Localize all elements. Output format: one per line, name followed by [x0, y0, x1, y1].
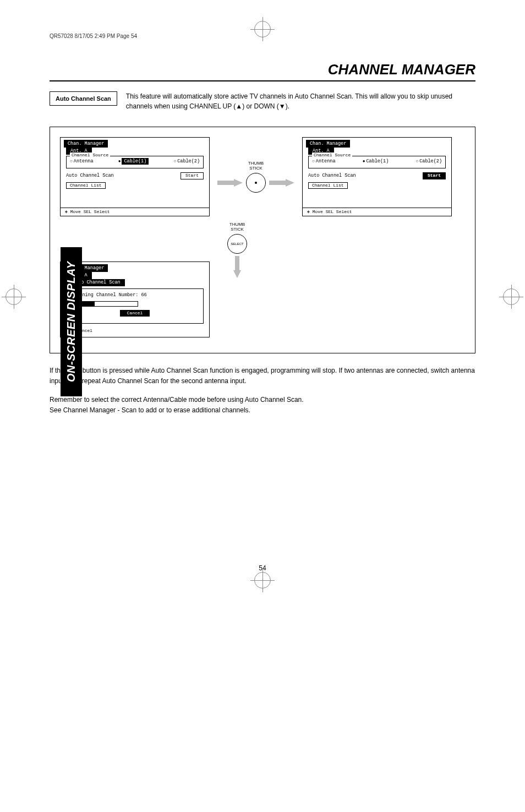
menu-panel-3: Chan. Manager Ant. A Auto Channel Scan S…	[60, 261, 210, 337]
menu1-antenna: Antenna	[70, 159, 94, 165]
menu2-cable1: Cable(1)	[363, 159, 389, 165]
arrow-right-icon	[217, 179, 243, 187]
crop-mark-right	[503, 288, 519, 305]
svg-marker-0	[217, 179, 243, 187]
thumbstick-step: THUMB STICK	[217, 161, 294, 193]
menu1-start-button: Start	[181, 172, 204, 179]
svg-marker-1	[269, 179, 294, 187]
menu2-channel-list: Channel List	[308, 182, 348, 189]
menu3-footer: SEL Cancel	[61, 327, 209, 337]
intro-text: This feature will automatically store ac…	[126, 91, 475, 111]
menu2-start-button-highlighted: Start	[423, 172, 446, 179]
crop-mark-left	[6, 288, 22, 305]
menu1-auto-scan-label: Auto Channel Scan	[66, 173, 114, 179]
menu1-legend: Channel Source	[70, 152, 110, 158]
select-button-icon: SELECT	[227, 234, 247, 254]
menu1-cable2: Cable(2)	[173, 159, 200, 165]
arrow-right-icon	[269, 179, 294, 187]
select-step: THUMB STICK SELECT	[227, 222, 247, 278]
crop-mark-top	[254, 21, 271, 37]
menu2-auto-scan-label: Auto Channel Scan	[308, 173, 356, 179]
menu2-title: Chan. Manager	[306, 140, 350, 148]
crop-mark-bottom	[254, 572, 271, 588]
menu1-title: Chan. Manager	[64, 140, 108, 148]
diagram-container: Chan. Manager Ant. A Channel Source Ante…	[50, 127, 475, 353]
sidebar-tab: ON-SCREEN DISPLAY	[61, 247, 82, 396]
thumbstick-button-icon	[246, 173, 266, 193]
menu2-footer: ✥ Move SEL Select	[303, 208, 451, 216]
menu2-legend: Channel Source	[312, 152, 352, 158]
paragraph-1: If the EXIT button is pressed while Auto…	[50, 366, 475, 386]
thumbstick-label-2: THUMB STICK	[229, 222, 245, 232]
page-title: CHANNEL MANAGER	[50, 61, 475, 81]
menu1-footer: ✥ Move SEL Select	[61, 208, 209, 216]
menu1-channel-list: Channel List	[66, 182, 106, 189]
section-label: Auto Channel Scan	[50, 91, 117, 106]
arrow-down-icon	[233, 256, 241, 278]
menu-panel-1: Chan. Manager Ant. A Channel Source Ante…	[60, 137, 210, 216]
menu2-cable2: Cable(2)	[415, 159, 442, 165]
menu3-scanning-text: Scanning Channel Number: 66	[71, 292, 199, 298]
menu3-cancel-button: Cancel	[120, 310, 150, 317]
menu2-antenna: Antenna	[312, 159, 336, 165]
menu1-cable1-selected: Cable(1)	[118, 159, 149, 165]
svg-marker-2	[233, 256, 241, 278]
paragraph-2: Remember to select the correct Antenna/C…	[50, 395, 475, 415]
menu-panel-2: Chan. Manager Ant. A Channel Source Ante…	[302, 137, 452, 216]
thumbstick-label: THUMB STICK	[248, 161, 264, 171]
